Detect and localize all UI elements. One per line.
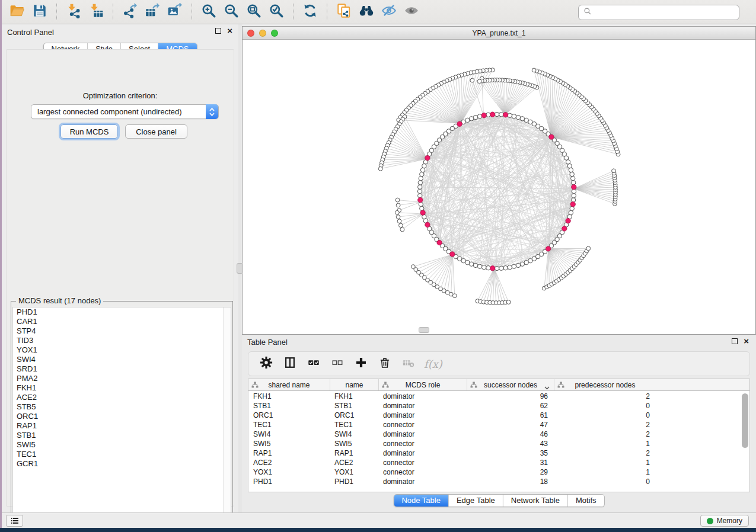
control-panel: Control Panel × NetworkStyleSelectMCDS O… <box>2 24 238 512</box>
mcds-result-item[interactable]: PHD1 <box>13 307 231 317</box>
zoom-out-button[interactable] <box>220 2 243 21</box>
mcds-result-item[interactable]: PMA2 <box>13 374 231 383</box>
table-cell: FKH1 <box>248 392 330 401</box>
table-cell: SWI4 <box>330 430 378 439</box>
network-window-titlebar[interactable]: YPA_prune.txt_1 <box>243 27 755 40</box>
toolbar-separator <box>56 4 57 20</box>
import-network-button[interactable] <box>62 2 85 21</box>
table-settings-gear-icon <box>260 356 273 371</box>
mcds-result-item[interactable]: FKH1 <box>13 383 231 393</box>
column-header-predecessor-nodes[interactable]: predecessor nodes <box>554 379 656 390</box>
table-type-tabs: Node TableEdge TableNetwork TableMotifs <box>393 494 604 507</box>
open-folder-button[interactable] <box>6 2 28 21</box>
mcds-result-item[interactable]: ORC1 <box>13 412 231 421</box>
table-row[interactable]: FKH1FKH1dominator962 <box>248 392 749 401</box>
table-cell: 29 <box>467 467 554 477</box>
tab-edge-table[interactable]: Edge Table <box>448 495 503 507</box>
zoom-selected-button[interactable] <box>265 2 288 21</box>
mcds-result-item[interactable]: GCR1 <box>13 459 231 469</box>
delete-column-button[interactable] <box>375 355 394 373</box>
table-cell: 35 <box>467 448 554 458</box>
mcds-list-scrollbar[interactable] <box>223 307 231 519</box>
run-mcds-button[interactable]: Run MCDS <box>60 124 118 139</box>
import-table-button[interactable] <box>85 2 107 21</box>
column-header-name[interactable]: name <box>330 379 378 390</box>
mcds-result-item[interactable]: RAP1 <box>13 421 231 431</box>
export-image-button[interactable] <box>164 2 186 21</box>
tab-node-table[interactable]: Node Table <box>394 495 448 507</box>
share-document-button[interactable] <box>333 2 355 21</box>
criterion-select[interactable]: largest connected component (undirected) <box>31 104 219 119</box>
show-graphics-details-button[interactable] <box>400 2 423 21</box>
mcds-result-item[interactable]: SRD1 <box>13 364 231 374</box>
export-network-button[interactable] <box>119 2 141 21</box>
float-table-panel-icon[interactable] <box>732 338 738 344</box>
import-network-icon <box>66 3 81 21</box>
select-all-rows-icon <box>307 356 320 371</box>
mcds-result-item[interactable]: SWI4 <box>13 355 231 364</box>
table-cell: 18 <box>467 477 554 486</box>
search-binoculars-button[interactable] <box>355 2 378 21</box>
close-panel-button[interactable]: Close panel <box>125 124 187 139</box>
tab-network-table[interactable]: Network Table <box>503 495 567 507</box>
mcds-result-item[interactable]: TEC1 <box>13 450 231 459</box>
mcds-result-item[interactable]: STP4 <box>13 326 231 336</box>
add-column-button[interactable] <box>352 355 371 373</box>
table-cell: ORC1 <box>330 411 378 420</box>
table-cell: 46 <box>467 430 554 439</box>
table-row[interactable]: ACE2ACE2connector311 <box>248 458 749 467</box>
table-row[interactable]: ORC1ORC1dominator610 <box>248 411 749 420</box>
mcds-result-item[interactable]: SWI5 <box>13 440 231 450</box>
memory-button-label: Memory <box>717 517 742 525</box>
mcds-result-item[interactable]: YOX1 <box>13 345 231 355</box>
task-history-button[interactable] <box>6 515 23 527</box>
table-row[interactable]: RAP1RAP1dominator352 <box>248 448 749 458</box>
export-table-button[interactable] <box>141 2 164 21</box>
select-all-rows-button[interactable] <box>304 355 323 373</box>
table-row[interactable]: YOX1YOX1connector291 <box>248 467 749 477</box>
show-columns-icon <box>283 356 296 371</box>
table-row[interactable]: PHD1PHD1dominator180 <box>248 477 749 486</box>
zoom-in-button[interactable] <box>197 2 220 21</box>
table-scrollbar-thumb[interactable] <box>742 393 748 448</box>
float-window-icon[interactable] <box>215 28 221 34</box>
show-columns-button[interactable] <box>280 355 299 373</box>
search-box[interactable] <box>578 5 739 20</box>
network-canvas[interactable] <box>243 40 755 334</box>
tab-motifs[interactable]: Motifs <box>567 495 604 507</box>
table-row[interactable]: TEC1TEC1connector472 <box>248 420 749 430</box>
table-settings-gear-button[interactable] <box>257 355 276 373</box>
table-cell: dominator <box>378 392 467 401</box>
save-session-button[interactable] <box>28 2 51 21</box>
search-input[interactable] <box>595 7 739 18</box>
table-cell: connector <box>378 420 467 430</box>
mcds-result-item[interactable]: STB1 <box>13 431 231 440</box>
table-cell: dominator <box>378 430 467 439</box>
table-scrollbar[interactable] <box>742 393 748 492</box>
column-header-shared-name[interactable]: shared name <box>248 379 330 390</box>
table-cell: 1 <box>554 439 656 448</box>
mcds-result-item[interactable]: STB5 <box>13 402 231 412</box>
close-panel-icon[interactable]: × <box>227 28 232 34</box>
column-header-MCDS-role[interactable]: MCDS role <box>378 379 467 390</box>
table-toolbar: f(x) <box>248 351 750 376</box>
vertical-splitter-grip[interactable] <box>237 263 243 274</box>
memory-button[interactable]: Memory <box>700 515 749 527</box>
table-row[interactable]: STB1STB1dominator620 <box>248 401 749 411</box>
table-row[interactable]: SWI5SWI5connector431 <box>248 439 749 448</box>
control-panel-title: Control Panel <box>7 28 54 37</box>
network-graph[interactable] <box>243 40 755 335</box>
mcds-result-item[interactable]: ACE2 <box>13 393 231 402</box>
column-header-successor-nodes[interactable]: successor nodes <box>467 379 554 390</box>
zoom-fit-button[interactable] <box>243 2 265 21</box>
table-cell: 0 <box>554 411 656 420</box>
table-cell: connector <box>378 458 467 467</box>
hide-graphics-details-button[interactable] <box>378 2 400 21</box>
refresh-view-button[interactable] <box>299 2 321 21</box>
mcds-result-item[interactable]: TID3 <box>13 336 231 345</box>
close-table-panel-icon[interactable]: × <box>744 338 749 344</box>
deselect-all-rows-button[interactable] <box>328 355 347 373</box>
mcds-result-item[interactable]: CAR1 <box>13 317 231 326</box>
horizontal-splitter-grip[interactable] <box>419 327 429 333</box>
table-row[interactable]: SWI4SWI4dominator462 <box>248 430 749 439</box>
